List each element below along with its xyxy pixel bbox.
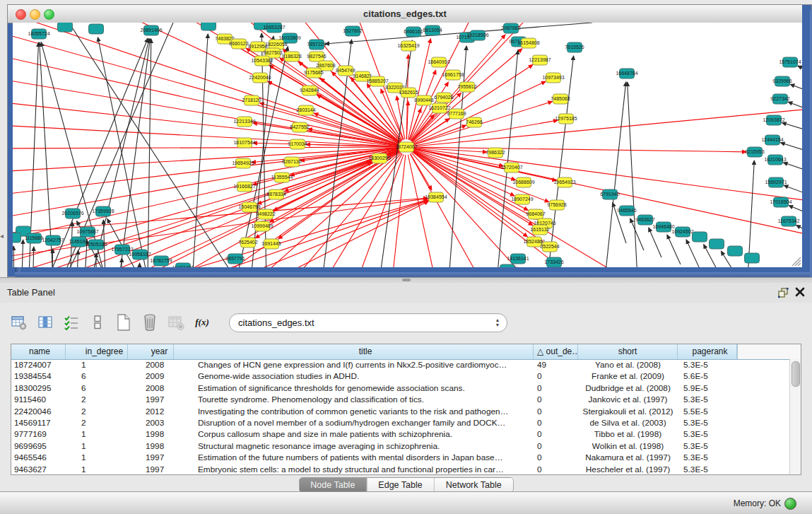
table-cell: Stergiakouli et al. (2012) xyxy=(578,406,678,417)
network-node-label: 20206576 xyxy=(61,211,83,216)
create-column-icon[interactable] xyxy=(114,313,133,332)
tab-edge-table[interactable]: Edge Table xyxy=(367,478,434,492)
table-cell: 9777169 xyxy=(11,428,66,440)
network-node[interactable] xyxy=(89,24,104,34)
network-node-label: 1691445 xyxy=(261,241,281,246)
network-node-label: 1615132 xyxy=(530,227,549,232)
table-cell: 5.3E-5 xyxy=(678,440,737,452)
table-cell: 14569117 xyxy=(11,417,66,428)
table-cell: 2008 xyxy=(128,382,174,394)
close-panel-icon[interactable] xyxy=(794,286,806,298)
column-header-out_de[interactable]: △ out_de… xyxy=(534,344,578,359)
table-cell: 5.3E-5 xyxy=(678,428,737,440)
table-row[interactable]: 1830029562008Estimation of significance … xyxy=(11,382,791,394)
splitter-grip[interactable] xyxy=(402,279,411,281)
network-node[interactable] xyxy=(13,233,21,243)
table-cell: Nakamura et al. (1997) xyxy=(578,452,678,463)
network-edge xyxy=(55,23,182,267)
select-columns-icon[interactable] xyxy=(62,313,81,332)
network-node-label: 10999489 xyxy=(251,223,273,228)
network-node-label: 16210643 xyxy=(764,157,786,162)
table-row[interactable]: 2242004622012Investigating the contribut… xyxy=(11,406,791,417)
network-edge xyxy=(338,154,404,267)
scrollbar-thumb[interactable] xyxy=(792,361,800,387)
header-filler xyxy=(737,344,801,359)
memory-status-indicator[interactable] xyxy=(784,498,796,510)
float-panel-icon[interactable] xyxy=(777,287,790,298)
splitter-collapse-arrow-icon[interactable]: ◂ xyxy=(0,230,6,242)
network-node-label: 22420046 xyxy=(249,75,271,80)
network-node[interactable] xyxy=(728,246,743,256)
network-node-label: 1362615 xyxy=(399,90,418,95)
network-node[interactable] xyxy=(58,23,73,32)
table-vertical-scrollbar[interactable] xyxy=(789,359,801,474)
column-header-year[interactable]: year xyxy=(128,344,174,359)
network-node[interactable] xyxy=(693,232,707,242)
network-node-label: 18907249 xyxy=(511,197,533,201)
network-edge xyxy=(544,56,574,267)
table-selector-value: citations_edges.txt xyxy=(230,317,488,328)
table-cell: 1 xyxy=(66,428,128,440)
table-cell: 0 xyxy=(534,440,578,452)
network-node-label: 12093872 xyxy=(763,117,784,122)
network-node[interactable] xyxy=(500,264,515,267)
table-cell: 1 xyxy=(66,452,128,463)
table-row[interactable]: 911546021997Tourette syndrome. Phenomeno… xyxy=(11,394,791,405)
row-tools-icon[interactable] xyxy=(88,313,107,332)
network-node-label: 15751074 xyxy=(779,59,801,64)
network-node-label: 7615526 xyxy=(565,45,584,49)
canvas-resize-grip[interactable] xyxy=(792,257,801,266)
table-row[interactable]: 946362711997Embryonic stem cells: a mode… xyxy=(11,464,791,474)
network-node-label: 9498222 xyxy=(256,211,275,216)
network-node-label: 14136141 xyxy=(507,256,529,261)
network-node-label: 9329966 xyxy=(772,78,792,83)
import-table-disabled-icon[interactable] xyxy=(167,313,185,332)
network-node-label: 9170034 xyxy=(288,141,307,146)
network-edge xyxy=(13,76,399,146)
table-cell: Jankovic et al. (1997) xyxy=(578,394,678,405)
table-row[interactable]: 1456911722003Disruption of a novel membe… xyxy=(11,417,791,428)
column-header-title[interactable]: title xyxy=(174,344,534,359)
show-columns-icon[interactable] xyxy=(36,313,54,332)
network-edge xyxy=(13,199,428,259)
column-header-name[interactable]: name xyxy=(11,344,66,359)
table-cell: 0 xyxy=(534,382,578,394)
table-cell: 19384554 xyxy=(11,370,66,382)
network-node-label: 9175685 xyxy=(304,70,323,75)
network-node-label: 18107544 xyxy=(233,140,255,145)
network-node[interactable] xyxy=(201,23,216,30)
table-row[interactable]: 1938455462009Genome-wide association stu… xyxy=(11,370,791,382)
network-node-label: 16154808 xyxy=(517,40,539,45)
table-cell: 22420046 xyxy=(11,406,66,417)
network-edge xyxy=(414,147,746,152)
table-mode-icon[interactable] xyxy=(10,313,28,332)
window-titlebar[interactable]: citations_edges.txt xyxy=(8,5,802,23)
network-node-label: 8186328 xyxy=(282,54,301,59)
network-node[interactable] xyxy=(710,239,724,249)
table-cell: 0 xyxy=(534,428,578,440)
table-cell: Changes of HCN gene expression and I(f) … xyxy=(174,359,534,370)
network-node-label: 12505185 xyxy=(85,242,107,247)
network-node[interactable] xyxy=(745,253,760,263)
column-header-short[interactable]: short xyxy=(578,344,678,359)
table-row[interactable]: 977716911998Corpus callosum shape and si… xyxy=(11,428,791,440)
delete-column-icon[interactable] xyxy=(141,313,159,332)
table-row[interactable]: 1872400712008Changes of HCN gene express… xyxy=(11,359,791,370)
network-node-label: 7625402 xyxy=(238,240,257,245)
table-selector-dropdown[interactable]: citations_edges.txt ▲▼ xyxy=(229,313,507,332)
column-header-pagerank[interactable]: pagerank xyxy=(678,344,737,359)
network-node-label: 8990448 xyxy=(414,98,433,103)
table-cell: 5.3E-5 xyxy=(678,417,737,428)
tab-network-table[interactable]: Network Table xyxy=(435,478,513,492)
table-cell: 0 xyxy=(534,394,578,405)
function-builder-icon[interactable]: f(x) xyxy=(193,313,211,332)
table-cell: 0 xyxy=(534,417,578,428)
tab-node-table[interactable]: Node Table xyxy=(299,478,367,492)
network-canvas[interactable]: 1405572420891406106532871603380915276026… xyxy=(13,23,802,267)
table-row[interactable]: 969969511998Structural magnetic resonanc… xyxy=(11,440,791,452)
network-edge xyxy=(667,235,681,264)
table-cell: 2 xyxy=(66,417,128,428)
column-header-in_degree[interactable]: in_degree xyxy=(66,344,128,359)
table-row[interactable]: 946554611997Estimation of the future num… xyxy=(11,452,791,463)
table-cell: Corpus callosum shape and size in male p… xyxy=(174,428,534,440)
